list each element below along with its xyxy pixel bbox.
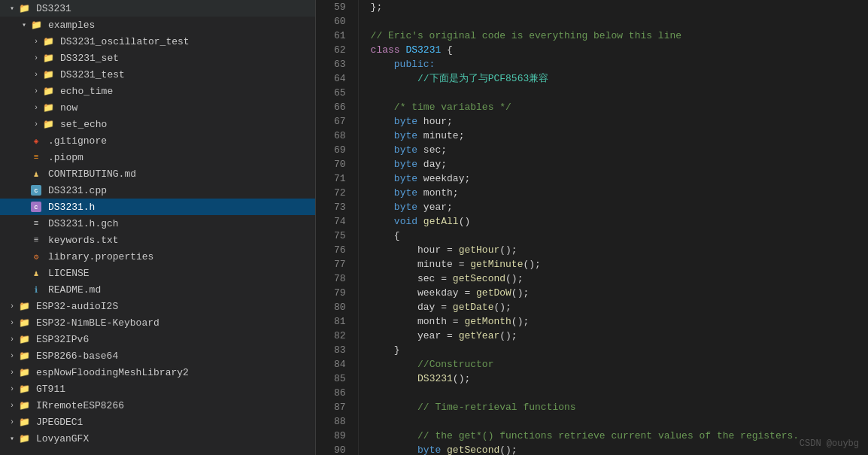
sidebar-item-irremote-esp8266[interactable]: ›📁IRremoteESP8266 bbox=[0, 397, 315, 414]
code-line: month = getMonth(); bbox=[371, 314, 868, 329]
code-line: sec = getSecond(); bbox=[371, 271, 868, 286]
sidebar-item-set-echo[interactable]: ›📁set_echo bbox=[0, 116, 315, 132]
sidebar-item-contributing[interactable]: ♟CONTRIBUTING.md bbox=[0, 165, 315, 182]
line-numbers: 5960616263646566676869707172737475767778… bbox=[316, 0, 359, 455]
file-label: ESP32-audioI2S bbox=[36, 301, 118, 312]
chevron-icon bbox=[18, 135, 30, 147]
line-number: 73 bbox=[334, 200, 346, 214]
code-line: byte weekday; bbox=[371, 171, 868, 186]
sidebar-item-readme[interactable]: ℹREADME.md bbox=[0, 281, 315, 298]
code-line: //Constructor bbox=[371, 357, 868, 372]
code-editor: 5960616263646566676869707172737475767778… bbox=[316, 0, 868, 455]
chevron-icon: › bbox=[30, 102, 42, 114]
line-number: 71 bbox=[334, 171, 346, 186]
sidebar-item-esp8266-base64[interactable]: ›📁ESP8266-base64 bbox=[0, 347, 315, 364]
code-line: day = getDate(); bbox=[371, 300, 868, 314]
code-line: weekday = getDoW(); bbox=[371, 286, 868, 300]
chevron-icon: › bbox=[6, 333, 18, 345]
sidebar-item-jpegdec1[interactable]: ›📁JPEGDEC1 bbox=[0, 414, 315, 430]
file-label: now bbox=[60, 102, 77, 114]
chevron-icon bbox=[18, 201, 30, 213]
code-line: class DS3231 { bbox=[371, 43, 868, 57]
file-label: .gitignore bbox=[48, 135, 107, 147]
sidebar-item-esp32ipv6[interactable]: ›📁ESP32IPv6 bbox=[0, 331, 315, 347]
file-label: DS3231.h.gch bbox=[48, 218, 119, 229]
file-icon: ♟ bbox=[30, 267, 42, 279]
file-label: CONTRIBUTING.md bbox=[48, 168, 136, 180]
sidebar-item-espnow-flooding[interactable]: ›📁espNowFloodingMeshLibrary2 bbox=[0, 364, 315, 381]
code-line: minute = getMinute(); bbox=[371, 257, 868, 271]
chevron-icon bbox=[18, 184, 30, 196]
code-line: byte sec; bbox=[371, 143, 868, 157]
line-number: 81 bbox=[334, 314, 346, 329]
sidebar-item-esp32-nimble-keyboard[interactable]: ›📁ESP32-NimBLE-Keyboard bbox=[0, 314, 315, 331]
sidebar-item-license[interactable]: ♟LICENSE bbox=[0, 265, 315, 281]
sidebar-item-library-props[interactable]: ⚙library.properties bbox=[0, 248, 315, 265]
sidebar-item-ds3231-h[interactable]: CDS3231.h bbox=[0, 199, 315, 215]
chevron-icon: ▾ bbox=[18, 19, 30, 31]
code-line: /* time variables */ bbox=[371, 100, 868, 114]
chevron-icon bbox=[18, 217, 30, 229]
sidebar-item-examples[interactable]: ▾📁examples bbox=[0, 17, 315, 33]
code-line: // Eric's original code is everything be… bbox=[371, 29, 868, 43]
chevron-icon bbox=[18, 267, 30, 279]
code-line: hour = getHour(); bbox=[371, 243, 868, 257]
file-icon: 📁 bbox=[18, 366, 30, 378]
sidebar-item-gitignore[interactable]: ◈.gitignore bbox=[0, 132, 315, 149]
chevron-icon: › bbox=[6, 366, 18, 378]
file-icon: ≡ bbox=[30, 151, 42, 163]
sidebar-item-ds3231-cpp[interactable]: CDS3231.cpp bbox=[0, 182, 315, 199]
sidebar-item-ds3231-set[interactable]: ›📁DS3231_set bbox=[0, 50, 315, 66]
code-line: byte getSecond(); bbox=[371, 443, 868, 455]
file-icon: 📁 bbox=[42, 52, 54, 64]
code-line: byte minute; bbox=[371, 129, 868, 143]
sidebar-item-piopm[interactable]: ≡.piopm bbox=[0, 149, 315, 165]
line-number: 63 bbox=[334, 57, 346, 71]
sidebar-item-keywords-txt[interactable]: ≡keywords.txt bbox=[0, 232, 315, 248]
file-icon: 📁 bbox=[18, 383, 30, 395]
file-icon: 📁 bbox=[18, 333, 30, 345]
chevron-icon: › bbox=[30, 118, 42, 130]
line-number: 83 bbox=[334, 343, 346, 357]
file-label: LovyanGFX bbox=[36, 433, 89, 444]
sidebar-item-ds3231-h-gch[interactable]: ≡DS3231.h.gch bbox=[0, 215, 315, 232]
sidebar-item-gt911[interactable]: ›📁GT911 bbox=[0, 381, 315, 397]
code-line: //下面是为了与PCF8563兼容 bbox=[371, 71, 868, 86]
file-label: ESP32-NimBLE-Keyboard bbox=[36, 317, 159, 329]
line-number: 80 bbox=[334, 300, 346, 314]
file-label: library.properties bbox=[48, 251, 153, 262]
file-label: LICENSE bbox=[48, 268, 90, 279]
file-icon: ♟ bbox=[30, 168, 42, 180]
sidebar-item-echo-time[interactable]: ›📁echo_time bbox=[0, 83, 315, 99]
line-number: 86 bbox=[334, 386, 346, 400]
line-number: 82 bbox=[334, 329, 346, 343]
sidebar-item-esp32-audioi2s[interactable]: ›📁ESP32-audioI2S bbox=[0, 298, 315, 314]
svg-text:C: C bbox=[35, 204, 38, 211]
code-line: byte hour; bbox=[371, 114, 868, 129]
sidebar-item-ds3231-root[interactable]: ▾📁DS3231 bbox=[0, 0, 315, 17]
file-label: set_echo bbox=[60, 119, 107, 130]
sidebar-item-ds3231-oscillator-test[interactable]: ›📁DS3231_oscillator_test bbox=[0, 33, 315, 50]
line-number: 59 bbox=[334, 0, 346, 14]
file-icon: 📁 bbox=[42, 85, 54, 97]
line-number: 68 bbox=[334, 129, 346, 143]
chevron-icon: › bbox=[6, 350, 18, 362]
file-explorer[interactable]: ▾📁DS3231▾📁examples›📁DS3231_oscillator_te… bbox=[0, 0, 316, 455]
line-number: 79 bbox=[334, 286, 346, 300]
sidebar-item-now[interactable]: ›📁now bbox=[0, 99, 315, 116]
sidebar-item-ds3231-test[interactable]: ›📁DS3231_test bbox=[0, 66, 315, 83]
svg-text:C: C bbox=[35, 187, 38, 194]
sidebar-item-lovyan-gfx[interactable]: ▾📁LovyanGFX bbox=[0, 430, 315, 447]
code-line: DS3231(); bbox=[371, 372, 868, 386]
file-icon: 📁 bbox=[42, 68, 54, 80]
chevron-icon bbox=[18, 151, 30, 163]
file-icon: 📁 bbox=[18, 350, 30, 362]
code-line: byte month; bbox=[371, 186, 868, 200]
code-line: byte year; bbox=[371, 200, 868, 214]
chevron-icon: › bbox=[30, 85, 42, 97]
line-number: 90 bbox=[334, 443, 346, 455]
code-line: }; bbox=[371, 0, 868, 14]
chevron-icon bbox=[18, 284, 30, 296]
file-label: ESP32IPv6 bbox=[36, 334, 89, 345]
file-icon: 📁 bbox=[42, 102, 54, 114]
